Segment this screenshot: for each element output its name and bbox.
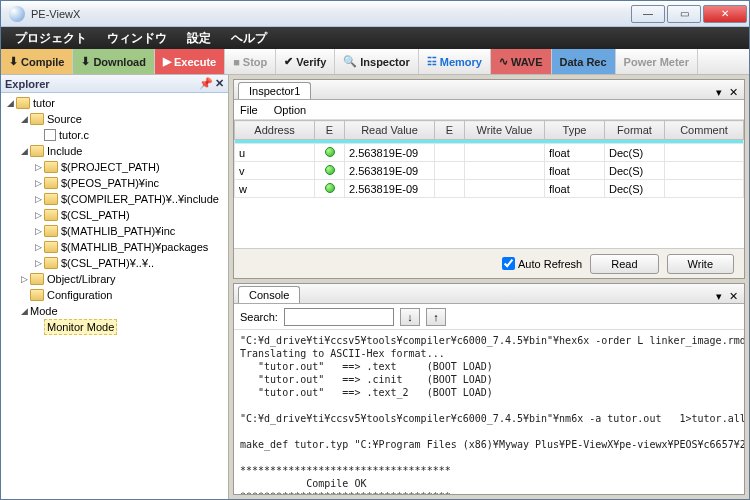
inspector-button[interactable]: 🔍Inspector	[335, 49, 419, 74]
tree-item[interactable]: ◢Mode	[3, 303, 226, 319]
status-dot-icon	[325, 147, 335, 157]
play-icon: ▶	[163, 55, 171, 68]
tree-item[interactable]: ▷Object/Library	[3, 271, 226, 287]
stop-button[interactable]: ■Stop	[225, 49, 276, 74]
titlebar: PE-ViewX — ▭ ✕	[1, 1, 749, 27]
table-row[interactable]: v2.563819E-09floatDec(S)	[235, 162, 744, 180]
tree-item[interactable]: ◢Source	[3, 111, 226, 127]
table-row[interactable]: w2.563819E-09floatDec(S)	[235, 180, 744, 198]
inspector-panel: Inspector1 ▾ ✕ File Option Address E Rea…	[233, 79, 745, 279]
read-button[interactable]: Read	[590, 254, 658, 274]
dropdown-icon[interactable]: ▾	[716, 290, 724, 302]
window-title: PE-ViewX	[31, 8, 629, 20]
folder-icon	[30, 273, 44, 285]
folder-icon	[30, 145, 44, 157]
menu-window[interactable]: ウィンドウ	[97, 26, 177, 51]
folder-icon	[44, 177, 58, 189]
close-icon[interactable]: ✕	[729, 290, 740, 302]
wave-icon: ∿	[499, 55, 508, 68]
status-dot-icon	[325, 165, 335, 175]
app-icon	[9, 6, 25, 22]
memory-icon: ☷	[427, 55, 437, 68]
menu-help[interactable]: ヘルプ	[221, 26, 277, 51]
search-icon: 🔍	[343, 55, 357, 68]
close-button[interactable]: ✕	[703, 5, 747, 23]
folder-icon	[44, 209, 58, 221]
check-icon: ✔	[284, 55, 293, 68]
tree-item[interactable]: Configuration	[3, 287, 226, 303]
tree-item[interactable]: ▷$(MATHLIB_PATH)¥packages	[3, 239, 226, 255]
tree-item[interactable]: ◢Include	[3, 143, 226, 159]
download-icon: ⬇	[9, 55, 18, 68]
tree-item[interactable]: ◢tutor	[3, 95, 226, 111]
datarec-button[interactable]: Data Rec	[552, 49, 616, 74]
tree-item[interactable]: ▷$(CSL_PATH)¥..¥..	[3, 255, 226, 271]
folder-icon	[44, 241, 58, 253]
search-up-button[interactable]: ↑	[426, 308, 446, 326]
folder-icon	[30, 289, 44, 301]
tree-item[interactable]: tutor.c	[3, 127, 226, 143]
tab-console[interactable]: Console	[238, 286, 300, 303]
console-output[interactable]: "C:¥d_drive¥ti¥ccsv5¥tools¥compiler¥c600…	[234, 330, 744, 494]
folder-icon	[16, 97, 30, 109]
tree-item[interactable]: ▷$(PEOS_PATH)¥inc	[3, 175, 226, 191]
search-label: Search:	[240, 311, 278, 323]
folder-icon	[44, 225, 58, 237]
explorer-header: Explorer 📌✕	[1, 75, 228, 93]
tree-item[interactable]: ▷$(PROJECT_PATH)	[3, 159, 226, 175]
memory-button[interactable]: ☷Memory	[419, 49, 491, 74]
inspector-grid[interactable]: Address E Read Value E Write Value Type …	[234, 120, 744, 248]
search-down-button[interactable]: ↓	[400, 308, 420, 326]
download-button[interactable]: ⬇Download	[73, 49, 155, 74]
pin-icon[interactable]: 📌	[199, 77, 213, 90]
download-icon: ⬇	[81, 55, 90, 68]
maximize-button[interactable]: ▭	[667, 5, 701, 23]
folder-icon	[44, 257, 58, 269]
explorer-tree[interactable]: ◢tutor◢Sourcetutor.c◢Include▷$(PROJECT_P…	[1, 93, 228, 499]
powermeter-button[interactable]: Power Meter	[616, 49, 698, 74]
minimize-button[interactable]: —	[631, 5, 665, 23]
auto-refresh-checkbox[interactable]: Auto Refresh	[502, 257, 582, 270]
verify-button[interactable]: ✔Verify	[276, 49, 335, 74]
tree-item[interactable]: Monitor Mode	[3, 319, 226, 335]
console-panel: Console ▾ ✕ Search: ↓ ↑ "C:¥d_drive¥ti¥c…	[233, 283, 745, 495]
write-button[interactable]: Write	[667, 254, 734, 274]
menubar: プロジェクト ウィンドウ 設定 ヘルプ	[1, 27, 749, 49]
compile-button[interactable]: ⬇Compile	[1, 49, 73, 74]
tree-item[interactable]: ▷$(CSL_PATH)	[3, 207, 226, 223]
close-icon[interactable]: ✕	[215, 77, 224, 90]
folder-icon	[44, 193, 58, 205]
tree-item[interactable]: ▷$(MATHLIB_PATH)¥inc	[3, 223, 226, 239]
tree-item[interactable]: ▷$(COMPILER_PATH)¥..¥include	[3, 191, 226, 207]
menu-settings[interactable]: 設定	[177, 26, 221, 51]
inspector-menu-option[interactable]: Option	[274, 104, 306, 116]
folder-icon	[44, 161, 58, 173]
search-input[interactable]	[284, 308, 394, 326]
stop-icon: ■	[233, 56, 240, 68]
folder-icon	[30, 113, 44, 125]
table-row[interactable]: u2.563819E-09floatDec(S)	[235, 144, 744, 162]
menu-project[interactable]: プロジェクト	[5, 26, 97, 51]
toolbar: ⬇Compile ⬇Download ▶Execute ■Stop ✔Verif…	[1, 49, 749, 75]
wave-button[interactable]: ∿WAVE	[491, 49, 552, 74]
tab-inspector[interactable]: Inspector1	[238, 82, 311, 99]
status-dot-icon	[325, 183, 335, 193]
inspector-menu-file[interactable]: File	[240, 104, 258, 116]
explorer-panel: Explorer 📌✕ ◢tutor◢Sourcetutor.c◢Include…	[1, 75, 229, 499]
file-icon	[44, 129, 56, 141]
dropdown-icon[interactable]: ▾	[716, 86, 724, 98]
close-icon[interactable]: ✕	[729, 86, 740, 98]
execute-button[interactable]: ▶Execute	[155, 49, 225, 74]
